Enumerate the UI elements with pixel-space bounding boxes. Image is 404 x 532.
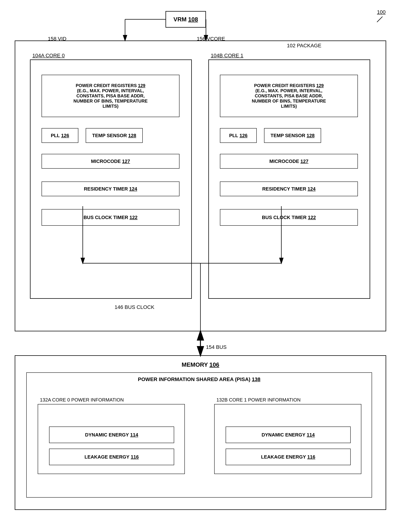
core0-busclock-box: BUS CLOCK TIMER 122: [42, 209, 179, 226]
core0-label: 104A CORE 0: [32, 53, 65, 58]
bus-label: 154 BUS: [206, 344, 227, 350]
core0-temp-box: TEMP SENSOR 128: [86, 128, 143, 143]
core1-box: 104B CORE 1 POWER CREDIT REGISTERS 129 (…: [208, 59, 370, 299]
memory-box: MEMORY 106 POWER INFORMATION SHARED AREA…: [15, 355, 386, 510]
bus-clock-label: 146 BUS CLOCK: [114, 304, 154, 310]
core0-dynamic-box: DYNAMIC ENERGY 114: [49, 427, 174, 443]
core1-residency-box: RESIDENCY TIMER 124: [220, 182, 358, 196]
core0-pcr-text: POWER CREDIT REGISTERS 129 (E.G., MAX. P…: [73, 83, 148, 109]
core1-label: 104B CORE 1: [211, 53, 243, 58]
core1-busclock-box: BUS CLOCK TIMER 122: [220, 209, 358, 226]
core0-microcode-box: MICROCODE 127: [42, 154, 179, 169]
core0-power-box: 132A CORE 0 POWER INFORMATION DYNAMIC EN…: [38, 404, 185, 474]
core1-power-box: 132B CORE 1 POWER INFORMATION DYNAMIC EN…: [214, 404, 361, 474]
pisa-label: POWER INFORMATION SHARED AREA (PISA) 138: [138, 376, 260, 382]
core1-pcr-box: POWER CREDIT REGISTERS 129 (E.G., MAX. P…: [220, 75, 358, 117]
core0-box: 104A CORE 0 POWER CREDIT REGISTERS 129 (…: [30, 59, 192, 299]
pisa-box: POWER INFORMATION SHARED AREA (PISA) 138…: [26, 372, 372, 498]
vrm-box: VRM 108: [165, 11, 206, 28]
package-box: 104A CORE 0 POWER CREDIT REGISTERS 129 (…: [15, 40, 386, 331]
core1-pll-box: PLL 126: [220, 128, 257, 143]
memory-label: MEMORY 106: [182, 361, 219, 368]
vrm-label: VRM 108: [173, 16, 198, 23]
diagram-container: 100 VRM 108 158 VID 156 VCORE 102 PACKAG…: [0, 0, 404, 532]
core0-pll-box: PLL 126: [42, 128, 78, 143]
core1-pcr-text: POWER CREDIT REGISTERS 129 (E.G., MAX. P…: [252, 83, 326, 109]
core0-power-label: 132A CORE 0 POWER INFORMATION: [40, 397, 124, 403]
core1-dynamic-box: DYNAMIC ENERGY 114: [226, 427, 351, 443]
core1-leakage-box: LEAKAGE ENERGY 116: [226, 449, 351, 465]
core1-temp-box: TEMP SENSOR 128: [264, 128, 321, 143]
core1-power-label: 132B CORE 1 POWER INFORMATION: [216, 397, 300, 403]
core1-microcode-box: MICROCODE 127: [220, 154, 358, 169]
ref-100-label: 100: [377, 9, 386, 15]
core0-pcr-box: POWER CREDIT REGISTERS 129 (E.G., MAX. P…: [42, 75, 179, 117]
svg-line-4: [377, 17, 383, 22]
core0-leakage-box: LEAKAGE ENERGY 116: [49, 449, 174, 465]
core0-residency-box: RESIDENCY TIMER 124: [42, 182, 179, 196]
